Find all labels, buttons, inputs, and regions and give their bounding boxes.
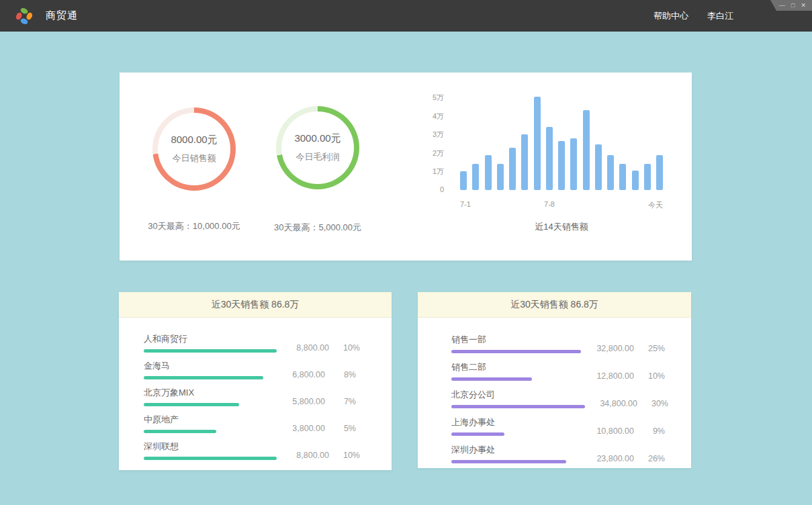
- daily-sales-bar: [472, 164, 479, 190]
- list-item-percent: 25%: [642, 344, 665, 353]
- daily-sales-bar: [632, 171, 639, 190]
- list-item-value: 10,800.00: [590, 426, 634, 436]
- list-item-value: 32,800.00: [590, 344, 634, 353]
- list-item-bar: [144, 457, 277, 460]
- list-item-label: 人和商贸行: [144, 333, 277, 345]
- list-item: 深圳办事处23,800.0026%: [451, 437, 665, 463]
- list-item: 金海马6,800.008%: [144, 353, 356, 379]
- y-axis-tick: 3万: [410, 130, 444, 140]
- overview-card: 8000.00元 今日销售额 30天最高：10,000.00元 3000.00元…: [120, 73, 692, 261]
- list-item-percent: 26%: [642, 454, 665, 463]
- list-item-value: 8,800.00: [285, 451, 329, 460]
- list-item-percent: 10%: [337, 343, 360, 353]
- daily-sales-bar: [607, 155, 614, 190]
- daily-chart-title: 近14天销售额: [460, 221, 663, 233]
- daily-sales-bar: [497, 164, 504, 190]
- daily-sales-bar: [509, 148, 516, 191]
- list-item: 上海办事处10,800.009%: [451, 409, 665, 436]
- list-item-bar: [144, 376, 263, 379]
- list-item-left: 金海马: [144, 353, 273, 379]
- y-axis-tick: 5万: [410, 93, 444, 103]
- list-item-left: 人和商贸行: [144, 326, 277, 353]
- pinwheel-logo-icon: [15, 7, 34, 26]
- y-axis-tick: 1万: [410, 167, 444, 177]
- today-profit-donut: 3000.00元 今日毛利润: [276, 106, 359, 189]
- username-menu[interactable]: 李白江: [707, 10, 733, 22]
- today-sales-donut: 8000.00元 今日销售额: [152, 107, 236, 191]
- daily-sales-bar: [534, 97, 541, 190]
- list-item-percent: 7%: [333, 397, 356, 406]
- list-item-percent: 30%: [645, 399, 668, 408]
- list-item-label: 销售二部: [451, 361, 582, 373]
- list-item: 中原地产3,800.005%: [144, 407, 356, 433]
- list-item-percent: 8%: [333, 370, 356, 379]
- list-item: 销售一部32,800.0025%: [451, 326, 665, 353]
- list-item-label: 上海办事处: [451, 416, 582, 428]
- list-item-percent: 10%: [337, 451, 360, 460]
- minimize-icon[interactable]: —: [779, 0, 785, 11]
- x-tick-mid: 7-8: [544, 200, 555, 208]
- list-item: 人和商贸行8,800.0010%: [144, 326, 356, 353]
- today-sales-value: 8000.00元: [171, 134, 217, 146]
- list-item-left: 销售一部: [451, 326, 582, 353]
- daily-sales-bar: [570, 138, 577, 190]
- topbar: 商贸通 帮助中心 李白江: [0, 0, 812, 32]
- list-item-label: 中原地产: [144, 414, 273, 426]
- list-item-percent: 5%: [333, 424, 356, 433]
- list-item: 深圳联想8,800.0010%: [144, 434, 356, 460]
- today-profit-donut-center: 3000.00元 今日毛利润: [281, 111, 354, 184]
- list-item-bar: [451, 350, 581, 353]
- y-axis-labels: 5万4万3万2万1万0: [410, 93, 444, 200]
- list-item-percent: 10%: [642, 371, 665, 381]
- daily-bars: [460, 97, 663, 190]
- today-sales-donut-center: 8000.00元 今日销售额: [158, 113, 230, 185]
- daily-sales-bar: [485, 155, 492, 190]
- list-item-label: 销售一部: [451, 334, 582, 346]
- daily-sales-bar: [521, 134, 528, 190]
- sales-30day-max-caption: 30天最高：10,000.00元: [130, 220, 258, 232]
- list-item-value: 3,800.00: [281, 424, 325, 433]
- daily-sales-bar: [546, 127, 553, 190]
- list-item: 北京分公司34,800.0030%: [451, 381, 665, 408]
- list-item-value: 34,800.00: [593, 399, 637, 408]
- close-icon[interactable]: ✕: [801, 0, 806, 11]
- list-item-label: 深圳办事处: [451, 444, 582, 456]
- app-title: 商贸通: [46, 9, 78, 22]
- daily-sales-bar: [595, 144, 602, 190]
- help-center-link[interactable]: 帮助中心: [653, 10, 688, 22]
- topbar-right: 帮助中心 李白江: [653, 10, 812, 22]
- window-controls: — □ ✕: [770, 0, 812, 11]
- list-item: 销售二部12,800.0010%: [451, 354, 665, 381]
- list-item-label: 北京万象MIX: [144, 387, 273, 399]
- list-item-value: 6,800.00: [281, 370, 325, 379]
- list-item-percent: 9%: [642, 426, 665, 436]
- app-window: 商贸通 帮助中心 李白江 — □ ✕ 8000.00元 今日销售额 30天最高：…: [0, 0, 812, 505]
- department-card-header: 近30天销售额 86.8万: [418, 292, 691, 318]
- department-list: 销售一部32,800.0025%销售二部12,800.0010%北京分公司34,…: [418, 318, 691, 463]
- list-item-value: 12,800.00: [590, 371, 634, 381]
- list-item-bar: [451, 405, 585, 408]
- daily-sales-bar: [583, 110, 590, 190]
- list-item-bar: [451, 460, 566, 463]
- list-item-bar: [144, 430, 216, 433]
- list-item-left: 中原地产: [144, 407, 273, 433]
- today-profit-value: 3000.00元: [294, 132, 341, 145]
- list-item-left: 北京分公司: [451, 381, 585, 408]
- daily-sales-bar: [558, 141, 565, 190]
- list-item-left: 深圳联想: [144, 434, 277, 460]
- list-item-bar: [451, 377, 532, 381]
- list-item-left: 销售二部: [451, 354, 582, 381]
- list-item-value: 23,800.00: [590, 454, 634, 463]
- profit-30day-max-caption: 30天最高：5,000.00元: [254, 222, 381, 234]
- customer-list: 人和商贸行8,800.0010%金海马6,800.008%北京万象MIX5,80…: [119, 318, 392, 460]
- list-item-value: 5,800.00: [281, 397, 325, 406]
- list-item-bar: [451, 432, 504, 436]
- maximize-icon[interactable]: □: [791, 0, 795, 11]
- x-tick-last: 今天: [648, 200, 663, 210]
- daily-sales-bar: [656, 155, 663, 190]
- x-tick-first: 7-1: [460, 200, 471, 208]
- department-sales-card: 近30天销售额 86.8万 销售一部32,800.0025%销售二部12,800…: [418, 292, 691, 468]
- daily-sales-bar: [460, 171, 467, 190]
- daily-sales-bar: [619, 164, 626, 190]
- list-item-value: 8,800.00: [285, 343, 329, 353]
